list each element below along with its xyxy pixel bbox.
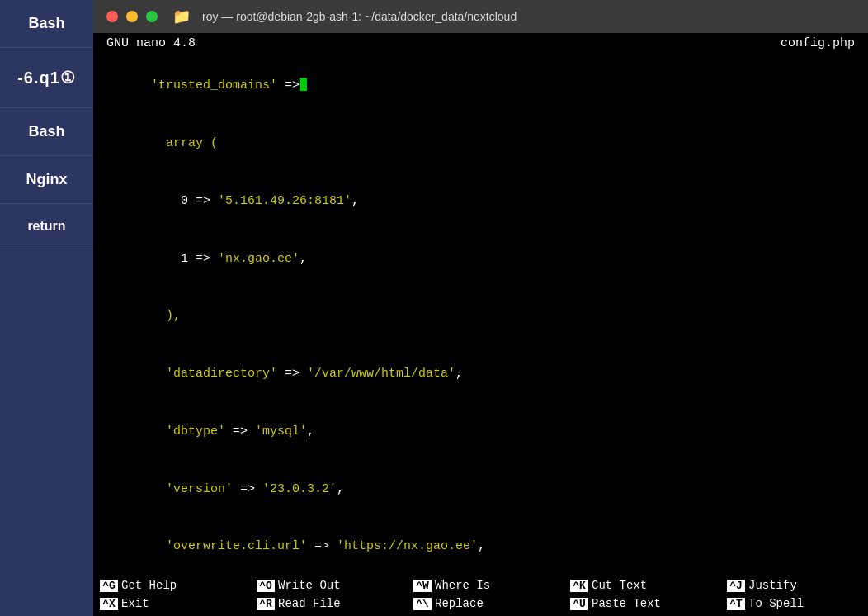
title-bar-text: roy — root@debian-2gb-ash-1: ~/data/dock… bbox=[202, 10, 517, 23]
label-paste: Paste Text bbox=[592, 597, 661, 610]
footer-cmd-cut[interactable]: ^K Cut Text bbox=[570, 578, 727, 593]
sidebar-item-minus[interactable]: -6.q1① bbox=[0, 48, 93, 108]
nano-filename: config.php bbox=[781, 36, 855, 50]
footer-cmd-paste[interactable]: ^U Paste Text bbox=[570, 596, 727, 611]
footer-cmd-exit[interactable]: ^X Exit bbox=[100, 596, 257, 611]
nano-version: GNU nano 4.8 bbox=[106, 36, 196, 50]
close-button[interactable] bbox=[106, 11, 118, 22]
folder-icon: 📁 bbox=[172, 7, 191, 26]
code-line-8: 'version' => '23.0.3.2', bbox=[106, 460, 855, 518]
key-where-is: ^W bbox=[413, 580, 432, 592]
label-where-is: Where Is bbox=[435, 579, 490, 592]
footer-cmd-write[interactable]: ^O Write Out bbox=[257, 578, 413, 593]
key-cut-text: ^K bbox=[570, 580, 588, 592]
nano-content[interactable]: 'trusted_domains' =>█ array ( 0 => '5.16… bbox=[93, 54, 868, 573]
label-spell: To Spell bbox=[748, 597, 804, 610]
footer-cmd-justify[interactable]: ^J Justify bbox=[727, 578, 868, 593]
terminal-window: 📁 roy — root@debian-2gb-ash-1: ~/data/do… bbox=[93, 0, 868, 616]
code-line-6: 'datadirectory' => '/var/www/html/data', bbox=[106, 345, 855, 403]
key-write-out: ^O bbox=[257, 580, 275, 592]
nano-footer: ^G Get Help ^O Write Out ^W Where Is ^K … bbox=[93, 573, 868, 616]
sidebar-item-bash1[interactable]: Bash bbox=[0, 0, 93, 48]
key-justify: ^J bbox=[727, 580, 745, 592]
code-line-5: ), bbox=[106, 287, 855, 345]
footer-cmd-replace[interactable]: ^\ Replace bbox=[413, 596, 570, 611]
nano-header: GNU nano 4.8 config.php bbox=[93, 33, 868, 54]
label-justify: Justify bbox=[748, 579, 797, 592]
footer-row-1: ^G Get Help ^O Write Out ^W Where Is ^K … bbox=[93, 576, 868, 595]
label-replace: Replace bbox=[435, 597, 484, 610]
code-line-9: 'overwrite.cli.url' => 'https://nx.gao.e… bbox=[106, 518, 855, 573]
code-line-4: 1 => 'nx.gao.ee', bbox=[106, 230, 855, 287]
code-line-7: 'dbtype' => 'mysql', bbox=[106, 403, 855, 461]
label-exit: Exit bbox=[121, 597, 149, 610]
sidebar-item-nginx[interactable]: Nginx bbox=[0, 156, 93, 204]
sidebar-item-bash2[interactable]: Bash bbox=[0, 108, 93, 156]
minimize-button[interactable] bbox=[126, 11, 138, 22]
footer-cmd-where-is[interactable]: ^W Where Is bbox=[413, 578, 570, 593]
footer-row-2: ^X Exit ^R Read File ^\ Replace ^U Paste… bbox=[93, 595, 868, 613]
maximize-button[interactable] bbox=[146, 11, 158, 22]
code-line-2: array ( bbox=[106, 115, 855, 173]
sidebar-item-return[interactable]: return bbox=[0, 204, 93, 249]
key-paste: ^U bbox=[570, 598, 588, 610]
key-get-help: ^G bbox=[100, 580, 118, 592]
key-read-file: ^R bbox=[257, 598, 275, 610]
footer-cmd-spell[interactable]: ^T To Spell bbox=[727, 596, 868, 611]
key-replace: ^\ bbox=[413, 598, 432, 610]
code-line-1: 'trusted_domains' =>█ bbox=[106, 57, 855, 115]
label-cut-text: Cut Text bbox=[592, 579, 647, 592]
title-bar: 📁 roy — root@debian-2gb-ash-1: ~/data/do… bbox=[93, 0, 868, 33]
key-exit: ^X bbox=[100, 598, 118, 610]
footer-cmd-read[interactable]: ^R Read File bbox=[257, 596, 413, 611]
label-write-out: Write Out bbox=[278, 579, 341, 592]
label-get-help: Get Help bbox=[121, 579, 177, 592]
footer-cmd-help[interactable]: ^G Get Help bbox=[100, 578, 257, 593]
sidebar: Bash -6.q1① Bash Nginx return bbox=[0, 0, 93, 616]
code-line-3: 0 => '5.161.49.26:8181', bbox=[106, 173, 855, 230]
label-read-file: Read File bbox=[278, 597, 341, 610]
key-spell: ^T bbox=[727, 598, 745, 610]
